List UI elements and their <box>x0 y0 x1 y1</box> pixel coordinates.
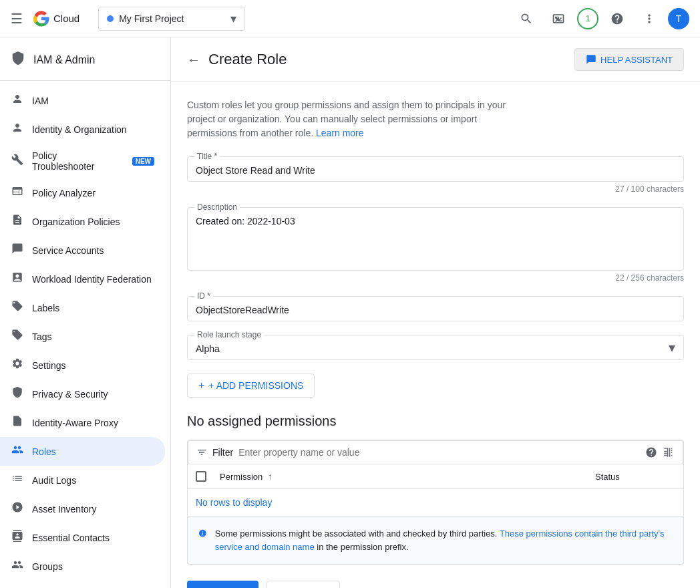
intro-text: Custom roles let you group permissions a… <box>187 98 521 140</box>
role-stage-group: Role launch stage Alpha Beta General Ava… <box>187 335 684 360</box>
plus-icon: + <box>198 380 204 392</box>
sidebar-item-label-contacts: Essential Contacts <box>32 533 110 543</box>
sidebar-item-label-identity: Identity & Organization <box>32 124 127 135</box>
sidebar-item-settings[interactable]: Settings <box>0 351 165 380</box>
columns-icon[interactable] <box>663 446 675 458</box>
sidebar-item-label-settings: Settings <box>32 360 66 371</box>
add-permissions-button[interactable]: + + ADD PERMISSIONS <box>187 374 315 398</box>
privacy-icon <box>11 386 24 402</box>
no-permissions-title: No assigned permissions <box>187 414 684 429</box>
new-badge: NEW <box>132 157 154 166</box>
sidebar-item-label-tags: Tags <box>32 331 52 342</box>
status-column-header: Status <box>595 472 675 482</box>
main-layout: IAM & Admin IAM Identity & Organization … <box>0 37 700 588</box>
info-icon <box>198 527 207 539</box>
filter-right <box>645 446 675 458</box>
sidebar-item-tags[interactable]: Tags <box>0 322 165 351</box>
sidebar-item-label-groups: Groups <box>32 561 63 572</box>
identity-org-icon <box>11 122 24 137</box>
back-button[interactable]: ← <box>187 52 200 67</box>
info-text: Some permissions might be associated wit… <box>215 527 673 553</box>
page-title: Create Role <box>208 51 287 68</box>
chevron-down-icon: ▾ <box>230 11 236 26</box>
sidebar-item-audit-logs[interactable]: Audit Logs <box>0 466 165 494</box>
sidebar-item-label-troubleshooter: Policy Troubleshooter <box>32 150 122 172</box>
id-field: ID * <box>187 296 684 321</box>
sidebar-item-identity-aware-proxy[interactable]: Identity-Aware Proxy <box>0 408 165 437</box>
description-label: Description <box>194 202 240 212</box>
id-input[interactable] <box>196 305 675 315</box>
sidebar-item-policy-analyzer[interactable]: Policy Analyzer <box>0 178 165 207</box>
topbar-right: 1 T <box>513 5 689 32</box>
create-button[interactable]: CREATE <box>187 581 258 588</box>
sidebar-item-label-roles: Roles <box>32 446 56 457</box>
sidebar-item-service-accounts[interactable]: Service Accounts <box>0 236 165 265</box>
role-stage-select[interactable]: Alpha Beta General Availability Disabled <box>196 343 675 354</box>
sidebar-item-labels[interactable]: Labels <box>0 293 165 322</box>
help-assistant-button[interactable]: HELP ASSISTANT <box>574 48 684 71</box>
table-header: Permission ↑ Status <box>188 464 683 489</box>
project-selector[interactable]: My First Project ▾ <box>98 7 245 31</box>
sidebar-item-org-policies[interactable]: Organization Policies <box>0 207 165 236</box>
sidebar: IAM & Admin IAM Identity & Organization … <box>0 37 171 588</box>
sidebar-item-groups[interactable]: Groups <box>0 552 165 581</box>
sidebar-item-iam[interactable]: IAM <box>0 86 165 115</box>
sidebar-item-privacy-security[interactable]: Privacy & Security <box>0 380 165 408</box>
sidebar-item-label-audit: Audit Logs <box>32 475 76 486</box>
labels-icon <box>11 300 24 315</box>
topbar: ☰ Cloud My First Project ▾ 1 <box>0 0 700 37</box>
sidebar-item-label-labels: Labels <box>32 303 59 313</box>
learn-more-link[interactable]: Learn more <box>316 128 364 138</box>
role-stage-label: Role launch stage <box>194 330 264 339</box>
sort-icon: ↑ <box>268 471 273 482</box>
settings-icon <box>11 357 24 373</box>
title-input[interactable] <box>196 165 675 176</box>
terminal-icon[interactable] <box>545 5 572 32</box>
sidebar-item-asset-inventory[interactable]: Asset Inventory <box>0 494 165 523</box>
id-field-group: ID * <box>187 296 684 321</box>
asset-icon <box>11 501 24 517</box>
audit-icon <box>11 472 24 488</box>
notification-badge[interactable]: 1 <box>577 8 598 29</box>
search-icon[interactable] <box>513 5 540 32</box>
org-policies-icon <box>11 214 24 229</box>
help-icon[interactable] <box>604 5 631 32</box>
sidebar-item-label-proxy: Identity-Aware Proxy <box>32 418 118 428</box>
cancel-button[interactable]: CANCEL <box>267 581 340 588</box>
description-field-group: Description Created on: 2022-10-03 22 / … <box>187 207 684 283</box>
menu-icon[interactable]: ☰ <box>11 11 23 27</box>
sidebar-title: IAM & Admin <box>33 54 95 66</box>
sidebar-item-workload-identity[interactable]: Workload Identity Federation <box>0 265 165 293</box>
sidebar-item-identity-org[interactable]: Identity & Organization <box>0 115 165 144</box>
sidebar-item-roles[interactable]: Roles <box>0 437 165 466</box>
sidebar-item-label-analyzer: Policy Analyzer <box>32 188 96 198</box>
filter-bar-container: Filter Permission ↑ St <box>187 440 684 517</box>
form-area: Custom roles let you group permissions a… <box>171 82 700 588</box>
cloud-text: Cloud <box>53 13 79 24</box>
help-assistant-label: HELP ASSISTANT <box>600 55 673 65</box>
sidebar-item-policy-troubleshooter[interactable]: Policy Troubleshooter NEW <box>0 144 165 178</box>
sidebar-item-label-iam: IAM <box>32 96 49 106</box>
policy-analyzer-icon <box>11 185 24 200</box>
title-label: Title * <box>194 152 220 161</box>
action-buttons: CREATE CANCEL <box>187 565 684 588</box>
select-all-checkbox[interactable] <box>196 471 220 482</box>
sidebar-item-label-asset: Asset Inventory <box>32 504 97 514</box>
chat-icon <box>586 54 596 65</box>
sidebar-header: IAM & Admin <box>0 43 170 81</box>
filter-input[interactable] <box>238 447 640 458</box>
google-logo-icon <box>33 11 49 27</box>
groups-icon <box>11 559 24 574</box>
roles-icon <box>11 444 24 459</box>
sidebar-item-essential-contacts[interactable]: Essential Contacts <box>0 523 165 552</box>
sidebar-item-quotas[interactable]: Quotas <box>0 581 165 588</box>
filter-icon <box>196 447 207 458</box>
topbar-left: ☰ Cloud My First Project ▾ <box>11 7 245 31</box>
help-circle-icon[interactable] <box>645 446 657 458</box>
add-permissions-label: + ADD PERMISSIONS <box>208 380 303 391</box>
avatar[interactable]: T <box>668 8 689 29</box>
description-input[interactable]: Created on: 2022-10-03 <box>196 216 675 263</box>
title-counter: 27 / 100 characters <box>187 184 684 194</box>
more-icon[interactable] <box>636 5 663 32</box>
project-dot-icon <box>107 15 114 22</box>
